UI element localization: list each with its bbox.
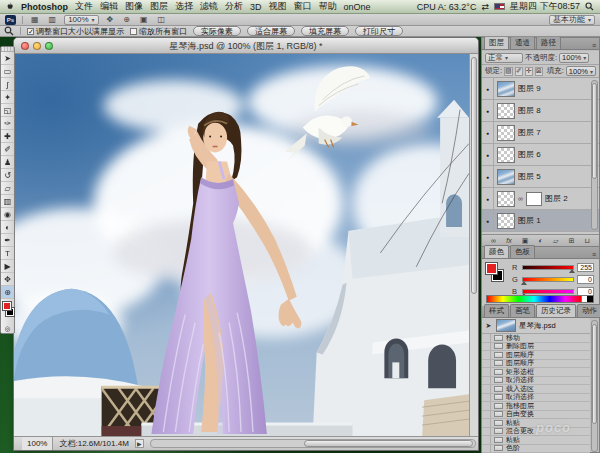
layer-row[interactable]: 图层 6 <box>482 144 599 166</box>
tab-actions[interactable]: 动作 <box>577 304 600 317</box>
history-snapshot-row[interactable]: ➤ 星琴海.psd <box>482 318 590 334</box>
eyedropper-tool[interactable]: ✑ <box>1 117 14 130</box>
apple-menu-icon[interactable] <box>6 2 14 12</box>
set-source-cell[interactable] <box>482 402 491 410</box>
tab-brushes[interactable]: 画笔 <box>510 304 535 317</box>
input-language-flag-icon[interactable] <box>494 3 505 10</box>
set-source-cell[interactable] <box>482 343 491 351</box>
history-step[interactable]: 图层顺序 <box>482 360 590 369</box>
layer-thumbnail[interactable] <box>497 147 515 163</box>
tab-layers[interactable]: 图层 <box>484 36 509 49</box>
layer-thumbnail[interactable] <box>497 81 515 97</box>
add-layer-mask-icon[interactable]: ▣ <box>522 237 529 245</box>
zoom-all-windows-checkbox[interactable]: 缩放所有窗口 <box>130 26 187 37</box>
history-scrollbar[interactable] <box>591 320 598 452</box>
set-source-cell[interactable] <box>482 428 491 436</box>
type-tool[interactable]: T <box>1 247 14 260</box>
history-source-icon[interactable]: ➤ <box>484 322 493 330</box>
set-source-cell[interactable] <box>482 394 491 402</box>
quick-mask-button[interactable]: ◎ <box>1 323 14 335</box>
menu-filter[interactable]: 滤镜 <box>200 0 218 13</box>
launch-bridge-icon[interactable]: ▦ <box>29 15 41 24</box>
spectrum-gradient[interactable] <box>487 296 581 302</box>
history-step[interactable]: 取消选择 <box>482 377 590 386</box>
panel-menu-icon[interactable]: ≡ <box>592 42 597 49</box>
history-step[interactable]: 图层顺序 <box>482 351 590 360</box>
layer-thumbnail[interactable] <box>497 213 515 229</box>
layer-thumbnail[interactable] <box>497 103 515 119</box>
history-step[interactable]: 粘贴 <box>482 436 590 445</box>
screen-mode-icon[interactable]: ◫ <box>156 15 168 24</box>
menu-edit[interactable]: 编辑 <box>100 0 118 13</box>
lock-pixels-icon[interactable]: ✐ <box>515 67 523 76</box>
visibility-eye-icon[interactable] <box>482 188 494 209</box>
healing-brush-tool[interactable]: ✚ <box>1 130 14 143</box>
clone-stamp-tool[interactable]: ♟ <box>1 156 14 169</box>
document-title-bar[interactable]: 星琴海.psd @ 100% (图层 1, RGB/8) * <box>14 38 478 54</box>
menu-file[interactable]: 文件 <box>75 0 93 13</box>
visibility-eye-icon[interactable] <box>482 166 494 187</box>
adjustment-layer-icon[interactable]: ◐ <box>539 237 543 244</box>
arrange-documents-icon[interactable]: ▣ <box>138 15 150 24</box>
layer-thumbnail[interactable] <box>497 169 515 185</box>
zoom-level-dropdown[interactable]: 100% <box>64 15 98 25</box>
zoom-tool-preset-icon[interactable] <box>4 26 14 36</box>
menu-window[interactable]: 窗口 <box>294 0 312 13</box>
spotlight-icon[interactable] <box>585 2 594 11</box>
opacity-dropdown[interactable]: 100% <box>559 53 589 63</box>
layers-scrollbar-thumb[interactable] <box>592 83 597 179</box>
layer-row[interactable]: 图层 8 <box>482 100 599 122</box>
visibility-eye-icon[interactable] <box>482 210 494 231</box>
marquee-tool[interactable]: ▭ <box>1 65 14 78</box>
set-source-cell[interactable] <box>482 419 491 427</box>
history-step[interactable]: 拖移图层 <box>482 402 590 411</box>
status-options-arrow-icon[interactable]: ▶ <box>135 439 144 448</box>
lasso-tool[interactable]: ʃ <box>1 78 14 91</box>
layer-style-icon[interactable]: fx <box>506 237 511 244</box>
lock-transparency-icon[interactable]: ▨ <box>504 67 513 76</box>
zoom-percent-field[interactable]: 100% <box>22 437 53 450</box>
tab-channels[interactable]: 通道 <box>510 36 535 49</box>
menu-onone[interactable]: onOne <box>344 2 371 12</box>
lock-all-icon[interactable]: ⊠ <box>535 67 543 76</box>
red-slider-thumb[interactable] <box>569 269 575 273</box>
menu-view[interactable]: 视图 <box>269 0 287 13</box>
layer-row[interactable]: ∞ 图层 2 <box>482 188 599 210</box>
layer-row-selected[interactable]: 图层 1 <box>482 210 599 232</box>
blur-tool[interactable]: ◉ <box>1 208 14 221</box>
set-source-cell[interactable] <box>482 360 491 368</box>
menu-analysis[interactable]: 分析 <box>225 0 243 13</box>
set-source-cell[interactable] <box>482 377 491 385</box>
tab-paths[interactable]: 路径 <box>536 36 561 49</box>
new-group-icon[interactable]: ▱ <box>553 237 558 245</box>
actual-pixels-button[interactable]: 实际像素 <box>193 26 241 36</box>
view-extras-icon[interactable]: ▥ <box>47 15 59 24</box>
brush-tool[interactable]: ✐ <box>1 143 14 156</box>
fit-screen-button[interactable]: 适合屏幕 <box>247 26 295 36</box>
panel-menu-icon[interactable]: ≡ <box>592 251 597 258</box>
foreground-color-swatch[interactable] <box>486 263 497 274</box>
resize-windows-checkbox[interactable]: 调整窗口大小以满屏显示 <box>27 26 124 37</box>
layers-scrollbar[interactable] <box>591 80 598 230</box>
menu-3d[interactable]: 3D <box>250 2 262 12</box>
hand-tool-icon[interactable]: ✥ <box>105 15 116 24</box>
set-source-cell[interactable] <box>482 351 491 359</box>
tab-swatches[interactable]: 色板 <box>510 245 535 258</box>
workspace-switcher[interactable]: 基本功能 <box>549 15 595 25</box>
snapshot-thumbnail[interactable] <box>496 319 516 332</box>
lock-position-icon[interactable]: ✛ <box>525 67 533 76</box>
eraser-tool[interactable]: ▱ <box>1 182 14 195</box>
fill-screen-button[interactable]: 填充屏幕 <box>301 26 349 36</box>
menu-help[interactable]: 帮助 <box>319 0 337 13</box>
fill-dropdown[interactable]: 100% <box>566 66 596 76</box>
menu-layer[interactable]: 图层 <box>150 0 168 13</box>
set-source-cell[interactable] <box>482 436 491 444</box>
red-value-field[interactable]: 255 <box>577 263 594 272</box>
gradient-tool[interactable]: ▥ <box>1 195 14 208</box>
zoom-tool[interactable]: ⊕ <box>1 286 14 299</box>
green-slider[interactable] <box>522 277 574 282</box>
vertical-scrollbar-thumb[interactable] <box>471 57 477 294</box>
set-source-cell[interactable] <box>482 368 491 376</box>
set-source-cell[interactable] <box>482 385 491 393</box>
layer-row[interactable]: 图层 9 <box>482 78 599 100</box>
